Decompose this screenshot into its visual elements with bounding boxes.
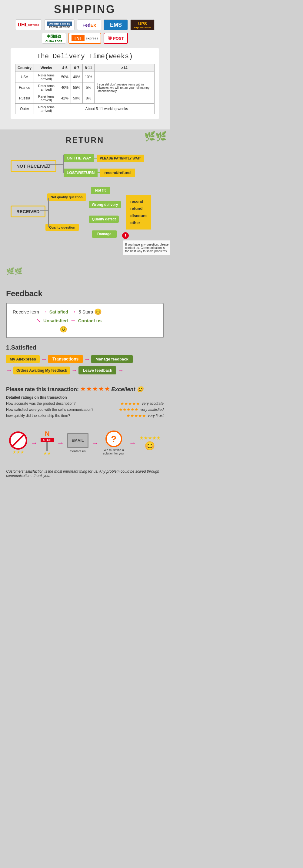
bottom-arrow-2: → xyxy=(57,439,64,447)
rating-text-1: very accdrate xyxy=(142,401,164,406)
not-received-label: NOT RECEIVED xyxy=(11,160,56,172)
not-quality-label: Not quality question xyxy=(47,193,86,201)
connector-vert xyxy=(63,155,64,173)
contact-us-text: Contact us xyxy=(78,318,102,323)
on-the-way-label: ON THE WAY xyxy=(64,154,94,162)
dhl-logo: DHLEXPRESS xyxy=(15,20,42,30)
receive-item-text: Receive item xyxy=(13,309,39,314)
options-box: resendrefunddiscountother xyxy=(126,195,151,229)
options-inner: resendrefunddiscountother xyxy=(126,195,151,229)
resend-refund-label: resend/refund xyxy=(100,168,135,177)
ems-logo: EMS xyxy=(104,20,128,30)
stop-n-icon: N xyxy=(45,430,50,438)
quality-question-label: Quality question xyxy=(45,224,79,231)
damage-label: Damage xyxy=(92,230,117,238)
bottom-happy-emoji: 😊 xyxy=(144,441,155,451)
question-icon: ? xyxy=(105,431,122,447)
rating-text-2: very asatisfied xyxy=(140,407,164,412)
stop-pole xyxy=(46,442,48,451)
france-811: 5% xyxy=(82,83,94,93)
not-fit-label: Not fit xyxy=(91,187,110,194)
not-received-box: NOT RECEIVED xyxy=(11,160,56,172)
bottom-arrow-3: → xyxy=(92,439,99,447)
sad-emoji-row: 😟 xyxy=(60,326,157,333)
country-russia: Russia xyxy=(15,93,34,104)
arrow1: → xyxy=(41,309,47,315)
country-usa: USA xyxy=(15,72,34,83)
delivery-table: Country Weeks 4-5 6-7 8-11 ≥14 USA Rate(… xyxy=(15,64,155,114)
rating-stars-2: ★★★★★ very asatisfied xyxy=(119,407,164,412)
rating-section: Please rate this transaction: ★★★★★ Exce… xyxy=(0,382,170,424)
excellent-label: Excellent 😊 xyxy=(111,386,143,392)
delivery-section: The Delivery Time(weeks) Country Weeks 4… xyxy=(11,48,159,119)
my-aliexpress-btn[interactable]: My Aliexpress xyxy=(6,355,40,363)
on-the-way-row: ON THE WAY PLEASE PATIENTLY WAIT xyxy=(64,154,144,162)
rate-title-text: Please rate this transaction: xyxy=(6,386,79,392)
main-rating-stars: ★★★★★ xyxy=(80,385,110,393)
rating-q1: How accurate was the product description… xyxy=(6,401,75,406)
return-title: RETURN xyxy=(5,135,165,145)
feedback-flow-box: Receive item → Satisfied → 5 Stars 😊 ↘ U… xyxy=(6,303,164,338)
manage-feedback-btn[interactable]: Manage feedback xyxy=(91,355,132,363)
shipping-title: SHIPPING xyxy=(6,3,164,16)
step-arrow-1: → xyxy=(41,355,47,363)
no-sign-icon xyxy=(9,431,27,450)
not-quality-box: Not quality question xyxy=(47,193,86,201)
carrier-logos: DHLEXPRESS UNITED STATES POSTAL SERVICE … xyxy=(6,20,164,44)
outer-time: About 5-11 working weeks xyxy=(59,104,154,114)
stars-1: ★★★★★ xyxy=(120,401,140,406)
no-sign-item: ★★★ xyxy=(9,431,27,455)
icons-row: ★★★ → N STOP ★★ → EMAIL Contact us → ? W… xyxy=(6,430,164,456)
quality-defect-label: Quality defect xyxy=(89,216,119,223)
tnt-logo: TNT express xyxy=(68,33,102,44)
email-label: Contact us xyxy=(70,449,86,453)
step-arrow-3: → xyxy=(6,367,12,374)
country-france: France xyxy=(15,83,34,93)
ups-logo: UPS Express Saver xyxy=(130,20,155,30)
email-item: EMAIL Contact us xyxy=(67,433,89,453)
russia-811: 8% xyxy=(82,93,94,104)
france-45: 40% xyxy=(59,83,71,93)
rating-row-3: how quickly did the seller ship the item… xyxy=(6,413,164,418)
recv-connector xyxy=(40,210,48,211)
chinapost-logo: 中国邮政 CHINA POST xyxy=(42,33,66,44)
delivery-title: The Delivery Time(weeks) xyxy=(15,53,155,60)
satisfied-section-title: 1.Satisfied xyxy=(6,344,164,351)
col-67: 6-7 xyxy=(71,64,82,72)
stars-2: ★★★★★ xyxy=(119,407,138,412)
stars-3: ★★★★★ xyxy=(126,413,146,418)
orders-awaiting-btn[interactable]: Orders Awaiting My feedback xyxy=(13,367,70,374)
lost-return-row: LOST/RETURN resend/refund xyxy=(64,168,135,177)
wrong-delivery-label: Wrong delivery xyxy=(89,201,121,208)
rating-q3: how quickly did the seller ship the item… xyxy=(6,413,70,418)
unsatisfied-text: Unsatisfied xyxy=(43,318,68,323)
rate-label: Rate(Items arrived) xyxy=(34,83,59,93)
received-box: RECEIVED xyxy=(11,206,45,217)
return-section: 🌿🌿 RETURN NOT RECEIVED ON THE WAY PLEASE… xyxy=(0,129,170,284)
bottom-stars-icon: ★★★★★ xyxy=(139,435,161,441)
received-label: RECEIVED xyxy=(11,206,45,217)
damage-box: Damage xyxy=(92,230,117,238)
contact-note: If you have any question, please contact… xyxy=(123,241,170,255)
col-14plus: ≥14 xyxy=(94,64,154,72)
table-row: Outer Rate(Items arrived) About 5-11 wor… xyxy=(15,104,155,114)
fedex-logo: FedEx xyxy=(77,20,101,30)
stop-stars: ★★ xyxy=(43,451,51,456)
rating-q2: How satisfied were you with the sell's c… xyxy=(6,407,93,412)
recv-vert xyxy=(48,198,49,227)
lost-return-label: LOST/RETURN xyxy=(64,168,98,177)
bottom-arrow-4: → xyxy=(129,439,136,447)
transactions-btn[interactable]: Transactions xyxy=(48,355,83,363)
feedback-row-satisfied: Receive item → Satisfied → 5 Stars 😊 xyxy=(13,308,157,315)
feedback-section: Feedback Receive item → Satisfied → 5 St… xyxy=(0,284,170,382)
step-arrow-4: → xyxy=(71,367,77,374)
wrong-delivery-box: Wrong delivery xyxy=(89,201,121,208)
rating-row-1: How accurate was the product description… xyxy=(6,401,164,406)
rate-title-row: Please rate this transaction: ★★★★★ Exce… xyxy=(6,385,164,393)
rate-label: Rate(Items arrived) xyxy=(34,93,59,104)
question-item: ? We must find a solution for you. xyxy=(102,431,126,455)
leave-feedback-btn[interactable]: Leave feedback xyxy=(78,366,116,374)
question-label: We must find a solution for you. xyxy=(102,448,126,455)
bottom-arrow-1: → xyxy=(30,439,38,447)
usa-45: 50% xyxy=(59,72,71,83)
